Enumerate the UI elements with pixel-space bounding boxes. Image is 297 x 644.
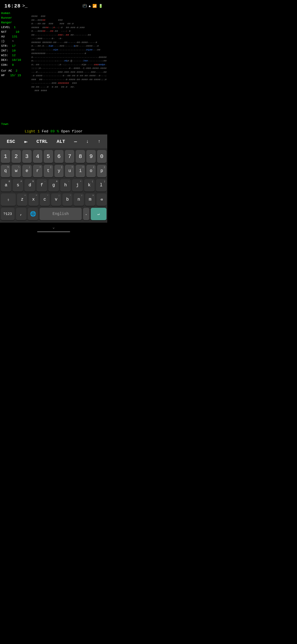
key-m[interactable]: m?	[85, 193, 95, 206]
down-button[interactable]: ↓	[84, 138, 91, 145]
au-row: AU 131	[1, 34, 31, 39]
vibrate-icon: 📳	[82, 4, 87, 8]
key-r[interactable]: r=	[33, 165, 42, 177]
key-k[interactable]: k(	[84, 179, 95, 192]
battery-icon: 🔋	[98, 4, 103, 8]
shift-key[interactable]: ⇧	[1, 193, 16, 206]
comma-key[interactable]: ,	[16, 208, 26, 220]
chevron-down-icon[interactable]: ⌄	[53, 225, 55, 230]
key-2[interactable]: 2	[12, 150, 21, 163]
key-s[interactable]: s#	[13, 179, 23, 192]
key-j[interactable]: j+	[72, 179, 82, 192]
qwerty-row: q% w\ e| r= t[ y] u< i> o{ p}	[1, 165, 106, 177]
bottom-bar: ⌄	[0, 223, 107, 233]
key-3[interactable]: 3	[22, 150, 32, 163]
key-y[interactable]: y]	[54, 165, 64, 177]
key-l[interactable]: l)	[96, 179, 106, 192]
hp-row: HP 15/ 15	[1, 73, 31, 78]
dex-row: DEX: 18/10	[1, 58, 31, 62]
key-g[interactable]: g&	[48, 179, 59, 192]
key-0[interactable]: 0	[97, 150, 106, 163]
status-icons: 📳 ▲ 📶 🔋	[82, 4, 103, 8]
key-p[interactable]: p}	[97, 165, 106, 177]
key-v[interactable]: v:	[51, 193, 61, 206]
key-1[interactable]: 1	[1, 150, 10, 163]
race-label: Human	[1, 11, 31, 16]
wifi-icon: ▲	[89, 4, 91, 8]
map-panel[interactable]: #### ### ##··##### ### #···##·## ### ###…	[31, 11, 107, 127]
int-row: INT: 10	[1, 48, 31, 53]
key-7[interactable]: 7	[65, 150, 74, 163]
status-time: 16:28	[4, 3, 21, 9]
class2-label: Ranger	[1, 20, 31, 25]
town-label: Town	[1, 122, 31, 127]
nxt-row: NXT 10	[1, 30, 31, 34]
period-key[interactable]: .	[83, 208, 89, 220]
key-u[interactable]: u<	[65, 165, 74, 177]
status-line: Light 1 Fed 89 % Open floor	[0, 128, 107, 135]
key-d[interactable]: d$	[24, 179, 35, 192]
curac-row: Cur AC 2	[1, 69, 31, 73]
enter-key[interactable]: ↵	[91, 208, 106, 220]
signal-icon: 📶	[92, 4, 97, 8]
status-bar: 16:28 >_ 📳 ▲ 📶 🔋	[0, 0, 107, 10]
bottom-row: ?123 , 🌐 English . ↵	[1, 208, 106, 220]
terminal-toolbar: ESC ⇤ CTRL ALT — ↓ ↑	[0, 135, 107, 148]
key-4[interactable]: 4	[33, 150, 42, 163]
key-a[interactable]: a@	[1, 179, 11, 192]
key-5[interactable]: 5	[44, 150, 53, 163]
terminal-prompt: >_	[22, 4, 28, 9]
key-w[interactable]: w\	[12, 165, 21, 177]
con-row: CON: 9	[1, 63, 31, 67]
key-q[interactable]: q%	[1, 165, 10, 177]
class1-label: Runner	[1, 16, 31, 20]
key-8[interactable]: 8	[76, 150, 85, 163]
key-6[interactable]: 6	[54, 150, 64, 163]
level-row: LEVEL 1	[1, 25, 31, 30]
tab-button[interactable]: ⇤	[22, 138, 30, 146]
key-i[interactable]: i>	[76, 165, 85, 177]
str-row: STR: 17	[1, 44, 31, 48]
light-label: Light	[25, 129, 35, 133]
asdf-row: a@ s# d$ f- g& h- j+ k( l)	[1, 179, 106, 192]
globe-key[interactable]: 🌐	[28, 208, 38, 220]
key-o[interactable]: o{	[86, 165, 96, 177]
wis-row: WIS: 12	[1, 53, 31, 58]
number-row: 1 2 3 4 5 6 7 8 9 0	[1, 150, 106, 163]
key-z[interactable]: z*	[17, 193, 27, 206]
backspace-key[interactable]: ⌫	[97, 193, 106, 206]
key-c[interactable]: c'	[40, 193, 50, 206]
esc-button[interactable]: ESC	[4, 138, 17, 145]
numbers-key[interactable]: ?123	[1, 208, 15, 220]
alt-button[interactable]: ALT	[54, 138, 67, 145]
ctrl-button[interactable]: CTRL	[34, 138, 50, 145]
stats-panel: Human Runner Ranger LEVEL 1 NXT 10 AU 13…	[1, 11, 31, 127]
keyboard: 1 2 3 4 5 6 7 8 9 0 q% w\ e| r= t[ y] u<…	[0, 148, 107, 223]
key-n[interactable]: n!	[74, 193, 84, 206]
key-h[interactable]: h-	[60, 179, 71, 192]
dash-button[interactable]: —	[72, 138, 79, 145]
key-t[interactable]: t[	[44, 165, 53, 177]
key-x[interactable]: x"	[29, 193, 38, 206]
bracket-row: |} ~	[1, 39, 31, 44]
up-button[interactable]: ↑	[95, 138, 103, 145]
key-b[interactable]: b'	[62, 193, 72, 206]
home-indicator	[37, 231, 70, 232]
key-9[interactable]: 9	[86, 150, 96, 163]
space-key[interactable]: English	[40, 208, 82, 220]
game-area: Human Runner Ranger LEVEL 1 NXT 10 AU 13…	[0, 10, 107, 128]
key-e[interactable]: e|	[22, 165, 32, 177]
key-f[interactable]: f-	[37, 179, 47, 192]
zxcv-row: ⇧ z* x" c' v: b' n! m? ⌫	[1, 193, 106, 206]
percent-sign: %	[57, 129, 59, 133]
